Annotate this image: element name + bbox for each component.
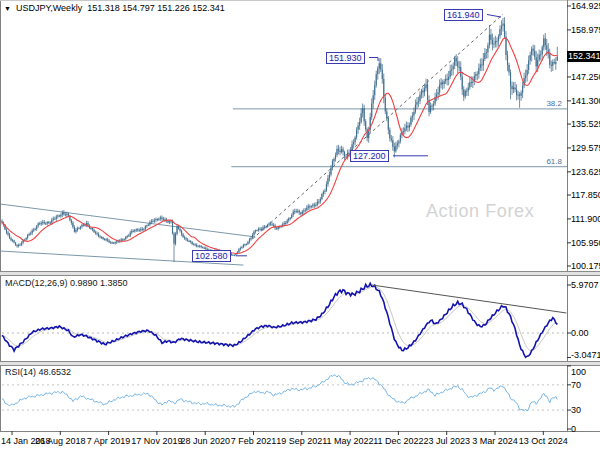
- price-axis-label: 117.850: [571, 190, 600, 200]
- price-axis-label: 129.575: [571, 143, 600, 153]
- chart-canvas: [0, 0, 600, 450]
- time-axis-label: 13 Oct 2024: [516, 436, 570, 446]
- time-axis-label: 1 May 2022: [323, 436, 377, 446]
- time-axis-label: 7 Apr 2019: [82, 436, 136, 446]
- channel-upper-line: [0, 204, 255, 237]
- rsi-axis-label: 0: [571, 424, 576, 434]
- price-tag-161940[interactable]: 161.940: [444, 9, 483, 21]
- rsi-axis-label: 30: [571, 405, 581, 415]
- watermark: Action Forex: [426, 201, 534, 222]
- macd-main-line: [2, 283, 557, 357]
- macd-axis-label: -3.0471: [571, 350, 600, 360]
- ohlc-values: 151.318 154.797 151.226 152.341: [87, 3, 225, 13]
- macd-axis-label: 5.9707: [571, 280, 599, 290]
- price-tag-callout: [369, 58, 378, 62]
- rsi-axis-label: 70: [571, 380, 581, 390]
- price-tag-127200[interactable]: 127.200: [350, 150, 389, 162]
- time-axis-label: 23 Jul 2023: [420, 436, 474, 446]
- price-axis-label: 147.250: [571, 72, 600, 82]
- macd-indicator-label: MACD(12,26,9) 0.9890 1.3850: [5, 278, 128, 288]
- price-axis-label: 141.300: [571, 96, 600, 106]
- rsi-axis-label: 100: [571, 367, 586, 377]
- time-axis-label: 3 Mar 2024: [468, 436, 522, 446]
- time-axis-label: 19 Sep 2021: [275, 436, 329, 446]
- fib-382-label: 38.2: [536, 99, 562, 108]
- symbol-title: USDJPY,Weekly: [16, 3, 82, 13]
- fib-618-label: 61.8: [536, 157, 562, 166]
- price-axis-label: 105.950: [571, 238, 600, 248]
- time-axis-label: 7 Feb 2021: [227, 436, 281, 446]
- price-axis-label: 158.975: [571, 25, 600, 35]
- time-axis-label: 26 Aug 2018: [33, 436, 87, 446]
- candlestick-series: [1, 17, 557, 262]
- price-tag-151930[interactable]: 151.930: [326, 52, 365, 64]
- macd-signal-line: [2, 287, 557, 351]
- macd-axis-label: 0.00: [571, 328, 589, 338]
- price-tag-callout: [487, 15, 501, 18]
- time-axis-label: 28 Jun 2020: [178, 436, 232, 446]
- time-axis-label: 17 Nov 2019: [130, 436, 184, 446]
- symbol-dropdown-icon[interactable]: ▼: [4, 4, 11, 13]
- chart-title-bar: ▼ USDJPY,Weekly 151.318 154.797 151.226 …: [4, 3, 225, 13]
- price-axis-label: 123.625: [571, 167, 600, 177]
- price-axis-label: 135.525: [571, 119, 600, 129]
- price-axis-label: 164.925: [571, 1, 600, 11]
- rsi-indicator-label: RSI(14) 48.6532: [5, 367, 71, 377]
- price-axis-label: 100.175: [571, 261, 600, 271]
- price-axis-label: 111.900: [571, 214, 600, 224]
- time-axis-label: 11 Dec 2022: [371, 436, 425, 446]
- rsi-line: [2, 375, 557, 411]
- price-tag-102580[interactable]: 102.580: [192, 250, 231, 262]
- current-price-tag: 152.341: [567, 51, 600, 62]
- trading-chart-window: ▼ USDJPY,Weekly 151.318 154.797 151.226 …: [0, 0, 600, 450]
